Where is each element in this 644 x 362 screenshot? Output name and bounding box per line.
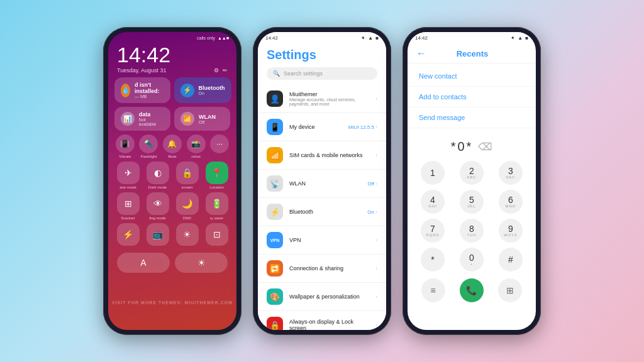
recents-add-contact[interactable]: Add to contacts	[408, 87, 536, 107]
p1-grid-btn[interactable]: ⊡	[203, 223, 230, 246]
p1-brightness-slider[interactable]: ☀	[175, 253, 228, 273]
p1-status-icons: ▲▲■	[218, 36, 229, 40]
p1-more-icon: ···	[210, 134, 229, 153]
dialer-call-btn[interactable]: 📞	[460, 278, 484, 302]
p1-settings-icon[interactable]: ⚙	[214, 67, 219, 74]
p1-scanner-btn[interactable]: ⊞ Scanner	[114, 192, 142, 220]
p1-mute-btn[interactable]: 🔔 Mute	[162, 134, 183, 158]
dialer-key-7[interactable]: 7 PQRS	[414, 217, 452, 244]
dialer-key-3[interactable]: 3 DEF	[492, 159, 530, 187]
p1-vibrate-label: Vibrate	[119, 155, 131, 158]
p1-location-btn[interactable]: 📍 Location	[203, 162, 230, 189]
recents-send-message[interactable]: Send message	[408, 107, 536, 128]
p1-font-btn[interactable]: A	[117, 253, 170, 273]
settings-search-bar[interactable]: 🔍 Search settings	[267, 67, 377, 80]
wlan-text: WLAN	[289, 180, 361, 187]
p1-screenshot-icon: 📸	[187, 134, 206, 153]
dialer-dialpad-btn[interactable]: ⊞	[498, 278, 522, 302]
p3-status-bar: 14:42 ✦ ▲ ■	[408, 32, 536, 44]
dialer-key-9[interactable]: 9 WXYZ	[492, 217, 530, 244]
p1-card-bluetooth[interactable]: ⚡ Bluetooth On	[174, 77, 231, 103]
key-6-letters: MNO	[506, 204, 516, 208]
settings-item-connection[interactable]: 🔁 Connection & sharing ›	[258, 255, 386, 283]
settings-item-wallpaper[interactable]: 🎨 Wallpaper & personalization ›	[258, 283, 386, 311]
p1-flashlight-btn[interactable]: 🔦 Flashlight	[138, 134, 160, 158]
dialer-key-1[interactable]: 1	[414, 159, 452, 187]
bluetooth-value: On	[367, 209, 374, 215]
p1-battery-label: ry saver	[210, 216, 223, 220]
p1-card-wlan[interactable]: 📶 WLAN Off	[174, 107, 230, 131]
wallpaper-chevron: ›	[375, 293, 377, 300]
dialer-menu-btn[interactable]: ≡	[421, 278, 445, 302]
dialer-key-star[interactable]: *	[414, 246, 452, 273]
p1-card-data-sub: — MB	[135, 94, 164, 99]
connection-text: Connection & sharing	[289, 265, 369, 272]
account-text: Miuithemer Manage accounts, cloud servic…	[289, 91, 369, 106]
p1-darkmode-btn[interactable]: ◐ Dark mode	[144, 162, 171, 189]
key-2-num: 2	[469, 167, 474, 175]
p1-vibrate-btn[interactable]: 📳 Vibrate	[114, 134, 136, 158]
sim-text: SIM cards & mobile networks	[289, 152, 369, 158]
settings-item-lockscreen[interactable]: 🔒 Always-on display & Lock screen ›	[258, 311, 386, 330]
p1-battery-btn[interactable]: 🔋 ry saver	[203, 192, 230, 220]
p1-brightness-btn[interactable]: ☀	[174, 223, 201, 246]
wlan-chevron: ›	[375, 180, 377, 187]
p3-time: 14:42	[415, 35, 428, 41]
p1-bottom-bar: A ☀	[108, 249, 236, 273]
account-icon: 👤	[267, 90, 283, 107]
dialer-key-0[interactable]: 0 +	[453, 246, 491, 273]
dialer-display: *0* ⌫	[408, 131, 536, 159]
settings-item-bluetooth[interactable]: ⚡ Bluetooth On ›	[258, 198, 386, 226]
back-button[interactable]: ←	[416, 48, 426, 59]
p1-screen-btn[interactable]: 🔒 screen	[174, 162, 201, 189]
p1-reading-icon: 👁	[147, 192, 169, 215]
dialer-key-6[interactable]: 6 MNO	[492, 188, 530, 216]
device-right: MIUI 12.5.5 ›	[348, 124, 377, 130]
p1-screenshot-btn[interactable]: 📸 nshot	[186, 134, 207, 158]
key-2-letters: ABC	[467, 175, 476, 179]
p1-dnd-btn[interactable]: 🌙 DND	[174, 192, 201, 220]
recents-new-contact[interactable]: New contact	[408, 66, 536, 87]
settings-item-device[interactable]: 📱 My device MIUI 12.5.5 ›	[258, 113, 386, 141]
settings-item-wlan[interactable]: 📡 WLAN Off ›	[258, 170, 386, 198]
dialer-keypad: 1 2 ABC 3 DEF 4 GHI	[408, 159, 536, 273]
dialer-key-5[interactable]: 5 JKL	[453, 188, 491, 216]
p1-location-label: Location	[209, 185, 224, 189]
p1-flash-icon: ⚡	[117, 223, 140, 246]
p1-reading-btn[interactable]: 👁 ling mode	[144, 192, 171, 220]
p1-wlan-icon: 📶	[180, 112, 194, 126]
dialer-key-hash[interactable]: #	[492, 246, 530, 273]
p2-bt-icon: ✦	[361, 35, 365, 41]
vpn-text: VPN	[289, 237, 369, 243]
p3-signal-icon: ▲	[518, 35, 523, 41]
p1-edit-icon[interactable]: ✏	[223, 67, 228, 74]
dialer-delete-btn[interactable]: ⌫	[478, 141, 492, 153]
p1-brightness-icon: ☀	[176, 223, 199, 246]
p3-battery-icon: ■	[525, 35, 528, 41]
settings-item-vpn[interactable]: VPN VPN ›	[258, 226, 386, 255]
p1-more-btn[interactable]: ···	[209, 134, 230, 158]
key-hash-num: #	[508, 255, 513, 264]
p1-card-mobile[interactable]: 📊 data Not available	[114, 107, 170, 131]
phone-3-screen: 14:42 ✦ ▲ ■ ← Recents New contact Add to…	[408, 32, 536, 330]
p2-time: 14:42	[265, 35, 278, 41]
recents-menu: New contact Add to contacts Send message	[408, 63, 536, 131]
settings-search-container: 🔍 Search settings	[258, 67, 386, 85]
p1-flash-btn[interactable]: ⚡	[114, 223, 142, 246]
sim-icon: 📶	[267, 147, 283, 163]
dialer-key-4[interactable]: 4 GHI	[414, 188, 452, 216]
account-label: Miuithemer	[289, 91, 369, 97]
dialer-key-8[interactable]: 8 TUV	[453, 217, 491, 244]
p1-status-bar: calls only ▲▲■	[108, 32, 236, 41]
p1-card-data[interactable]: 💧 d isn't installed: — MB	[114, 77, 170, 103]
dialer-key-2[interactable]: 2 ABC	[453, 159, 491, 187]
p1-scanner-icon: ⊞	[117, 192, 140, 215]
p1-airplane-btn[interactable]: ✈ ane mode	[114, 162, 142, 189]
p1-cast-btn[interactable]: 📺	[144, 223, 171, 246]
settings-item-sim[interactable]: 📶 SIM cards & mobile networks ›	[258, 141, 386, 170]
p1-date: Tuesday, August 31 ⚙ ✏	[108, 67, 236, 77]
p1-data-icon: 💧	[121, 84, 130, 97]
menu-icon: ≡	[431, 285, 436, 295]
settings-item-account[interactable]: 👤 Miuithemer Manage accounts, cloud serv…	[258, 85, 386, 113]
p1-screenshot-label: nshot	[191, 155, 201, 158]
